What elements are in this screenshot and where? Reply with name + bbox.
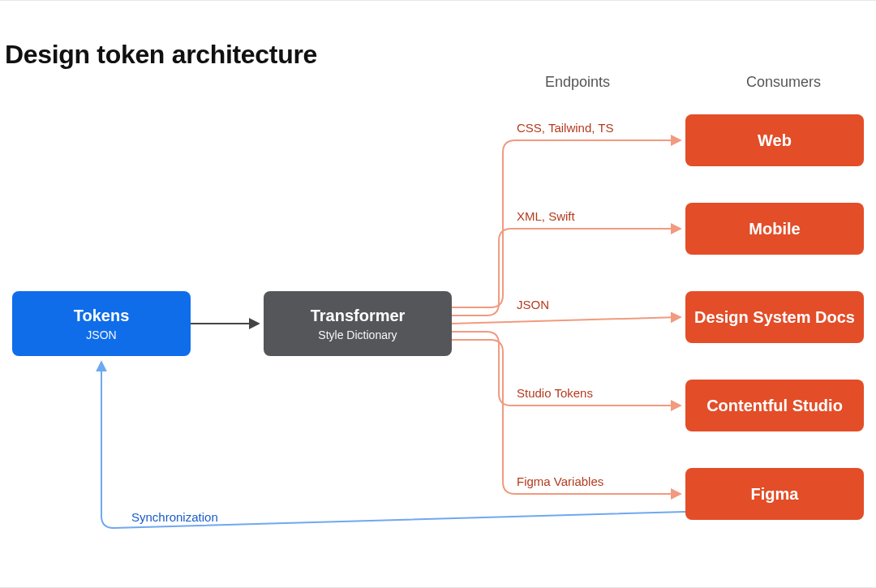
node-transformer-subtitle: Style Dictionary xyxy=(318,328,397,341)
endpoint-label-mobile: XML, Swift xyxy=(517,209,575,223)
node-tokens: Tokens JSON xyxy=(12,291,191,356)
arrow-transformer-to-dsdocs xyxy=(452,317,680,324)
arrow-transformer-to-web xyxy=(452,140,680,307)
node-consumer-dsdocs-label: Design System Docs xyxy=(694,308,855,327)
node-consumer-mobile: Mobile xyxy=(685,203,864,255)
diagram-canvas: Design token architecture Endpoints Cons… xyxy=(0,0,876,588)
node-tokens-title: Tokens xyxy=(74,307,130,325)
endpoint-label-web: CSS, Tailwind, TS xyxy=(517,121,614,135)
arrow-transformer-to-figma xyxy=(452,340,680,494)
endpoint-label-studio: Studio Tokens xyxy=(517,386,593,400)
node-consumer-dsdocs: Design System Docs xyxy=(685,291,864,343)
endpoint-label-dsdocs: JSON xyxy=(517,298,549,311)
node-consumer-web-label: Web xyxy=(758,131,792,150)
page-title: Design token architecture xyxy=(5,40,317,70)
node-consumer-mobile-label: Mobile xyxy=(749,220,800,238)
arrow-transformer-to-mobile xyxy=(452,229,680,315)
node-consumer-studio: Contentful Studio xyxy=(685,380,864,431)
endpoint-label-figma: Figma Variables xyxy=(517,474,603,488)
column-header-consumers: Consumers xyxy=(746,74,821,91)
node-consumer-studio-label: Contentful Studio xyxy=(706,397,843,415)
node-consumer-figma-label: Figma xyxy=(751,485,799,504)
sync-label: Synchronization xyxy=(131,510,218,524)
node-consumer-figma: Figma xyxy=(685,468,864,520)
arrow-sync-figma-to-tokens xyxy=(101,363,685,528)
node-tokens-subtitle: JSON xyxy=(86,328,116,341)
node-transformer: Transformer Style Dictionary xyxy=(264,291,452,356)
node-transformer-title: Transformer xyxy=(311,307,406,325)
node-consumer-web: Web xyxy=(685,114,864,166)
column-header-endpoints: Endpoints xyxy=(545,74,610,91)
